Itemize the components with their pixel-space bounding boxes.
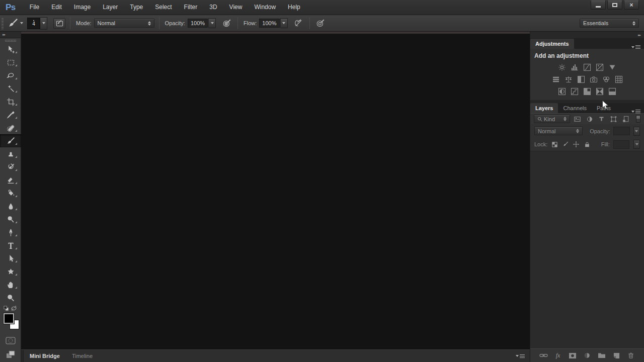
minimize-button[interactable] xyxy=(591,1,606,10)
lock-all-button[interactable] xyxy=(583,141,590,148)
menu-view[interactable]: View xyxy=(223,0,249,15)
tool-horizontal-type[interactable] xyxy=(0,239,21,252)
menu-window[interactable]: Window xyxy=(248,0,282,15)
curves-button[interactable] xyxy=(583,63,592,71)
brush-preset-button[interactable] xyxy=(7,18,19,29)
tool-path-selection[interactable] xyxy=(0,252,21,265)
tool-zoom[interactable] xyxy=(0,291,21,304)
tool-crop[interactable] xyxy=(0,95,21,108)
tool-brush[interactable] xyxy=(0,134,21,147)
brush-preset-caret-icon[interactable] xyxy=(20,22,23,24)
pressure-opacity-button[interactable] xyxy=(221,18,233,29)
delete-layer-button[interactable] xyxy=(626,351,635,360)
new-group-button[interactable] xyxy=(597,351,606,360)
link-layers-button[interactable] xyxy=(539,351,548,360)
gradient-map-button[interactable] xyxy=(596,87,604,96)
filter-shape-layers-button[interactable] xyxy=(609,115,618,123)
brush-size-preview[interactable]: 4 xyxy=(27,18,40,29)
vibrance-button[interactable] xyxy=(608,63,617,71)
new-layer-button[interactable] xyxy=(612,351,621,360)
levels-button[interactable] xyxy=(571,63,579,71)
workspace-dropdown[interactable]: Essentials xyxy=(580,19,639,28)
dock-collapse-header[interactable]: ▸▸ xyxy=(530,32,644,39)
opacity-value-box[interactable]: 100% xyxy=(188,19,208,28)
color-lookup-button[interactable] xyxy=(614,75,623,83)
layers-panel-menu-button[interactable] xyxy=(631,110,640,113)
layers-list[interactable] xyxy=(530,151,644,348)
tool-paint-bucket[interactable] xyxy=(0,187,21,200)
hue-saturation-button[interactable] xyxy=(551,75,560,83)
menu-type[interactable]: Type xyxy=(124,0,149,15)
tab-adjustments[interactable]: Adjustments xyxy=(530,39,574,49)
tool-eyedropper[interactable] xyxy=(0,108,21,121)
toggle-brush-panel-button[interactable] xyxy=(53,18,65,29)
filter-smart-objects-button[interactable] xyxy=(621,115,630,123)
filter-adjustment-layers-button[interactable] xyxy=(585,115,594,123)
brush-size-dropdown-button[interactable] xyxy=(40,17,47,30)
posterize-button[interactable] xyxy=(571,87,579,96)
tool-spot-healing-brush[interactable] xyxy=(0,121,21,134)
menu-edit[interactable]: Edit xyxy=(45,0,68,15)
tool-custom-shape[interactable] xyxy=(0,265,21,278)
bottom-dock-menu-button[interactable] xyxy=(516,354,525,358)
photo-filter-button[interactable] xyxy=(589,75,598,83)
layers-opacity-value-box[interactable] xyxy=(613,127,630,135)
airbrush-button[interactable] xyxy=(293,18,305,29)
menu-select[interactable]: Select xyxy=(149,0,178,15)
tools-panel-grip[interactable] xyxy=(0,38,21,43)
tool-pen[interactable] xyxy=(0,226,21,239)
add-layer-mask-button[interactable] xyxy=(568,351,577,360)
tool-magic-wand[interactable] xyxy=(0,82,21,95)
tool-hand[interactable] xyxy=(0,278,21,291)
threshold-button[interactable] xyxy=(583,87,592,96)
tool-clone-stamp[interactable] xyxy=(0,147,21,160)
mode-dropdown[interactable]: Normal xyxy=(94,19,154,28)
close-button[interactable]: × xyxy=(624,1,639,10)
screen-mode-button[interactable] xyxy=(0,348,21,360)
options-bar-grip[interactable] xyxy=(2,17,4,29)
quick-mask-button[interactable] xyxy=(0,334,21,346)
swap-colors-icon[interactable] xyxy=(11,305,17,311)
menu-file[interactable]: File xyxy=(24,0,45,15)
new-adjustment-layer-button[interactable] xyxy=(583,351,592,360)
flow-dropdown-button[interactable] xyxy=(280,18,288,28)
kind-filter-dropdown[interactable]: Kind xyxy=(534,115,570,123)
menu-image[interactable]: Image xyxy=(68,0,97,15)
lock-position-button[interactable] xyxy=(573,141,580,148)
foreground-color-swatch[interactable] xyxy=(4,313,14,324)
filter-type-layers-button[interactable] xyxy=(597,115,606,123)
fill-value-box[interactable] xyxy=(613,140,629,149)
invert-button[interactable] xyxy=(558,87,567,96)
tab-channels[interactable]: Channels xyxy=(558,103,591,113)
channel-mixer-button[interactable] xyxy=(602,75,610,83)
pressure-size-button[interactable] xyxy=(314,18,327,29)
canvas-area[interactable] xyxy=(21,32,530,349)
flow-value-box[interactable]: 100% xyxy=(259,19,279,28)
lock-transparency-button[interactable] xyxy=(551,141,558,148)
filter-pixel-layers-button[interactable] xyxy=(573,115,582,123)
tab-mini-bridge[interactable]: Mini Bridge xyxy=(24,350,66,362)
tool-history-brush[interactable] xyxy=(0,160,21,173)
selective-color-button[interactable] xyxy=(608,87,617,96)
restore-button[interactable] xyxy=(607,1,622,10)
menu-filter[interactable]: Filter xyxy=(178,0,204,15)
brightness-contrast-button[interactable] xyxy=(558,63,567,71)
menu-3d[interactable]: 3D xyxy=(203,0,223,15)
opacity-dropdown-button[interactable] xyxy=(208,18,216,28)
fill-dropdown-button[interactable] xyxy=(633,140,640,149)
tool-move[interactable] xyxy=(0,43,21,56)
layers-opacity-dropdown-button[interactable] xyxy=(633,127,640,136)
tab-timeline[interactable]: Timeline xyxy=(66,350,99,362)
tool-blur[interactable] xyxy=(0,200,21,213)
tool-dodge[interactable] xyxy=(0,213,21,226)
lock-pixels-button[interactable] xyxy=(562,141,569,148)
menu-layer[interactable]: Layer xyxy=(97,0,124,15)
tab-layers[interactable]: Layers xyxy=(530,103,558,113)
layer-style-button[interactable]: fx xyxy=(553,351,562,360)
default-colors-icon[interactable] xyxy=(4,306,9,311)
blend-mode-dropdown[interactable]: Normal xyxy=(534,127,583,135)
adjustments-panel-menu-button[interactable] xyxy=(631,45,640,49)
menu-help[interactable]: Help xyxy=(282,0,306,15)
tool-eraser[interactable] xyxy=(0,173,21,187)
layer-filter-toggle[interactable] xyxy=(636,115,640,123)
